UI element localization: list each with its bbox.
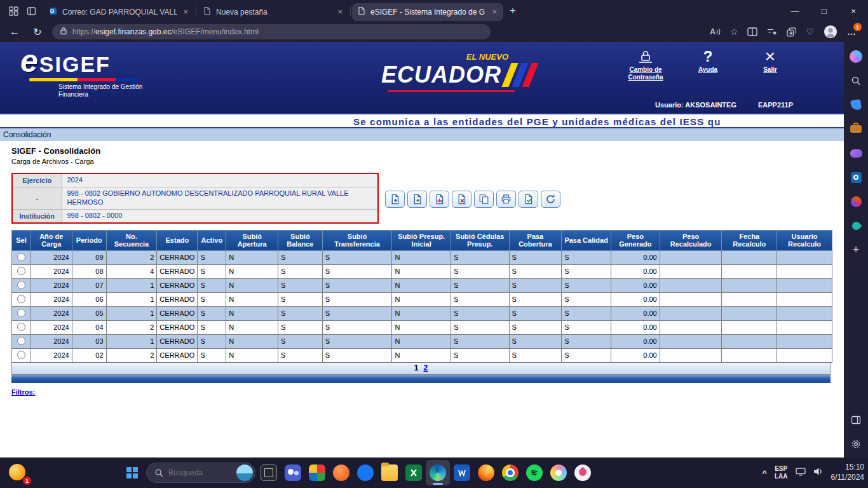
sidebar-search-icon[interactable] bbox=[847, 72, 865, 89]
delete-file-button[interactable] bbox=[452, 191, 471, 208]
row-select-radio[interactable] bbox=[17, 281, 25, 289]
tray-overflow-chevron-icon[interactable]: ^ bbox=[762, 468, 767, 478]
column-header: Periodo bbox=[72, 230, 106, 250]
taskbar-app-word[interactable] bbox=[450, 460, 474, 485]
clock[interactable]: 15:10 6/11/2024 bbox=[831, 463, 865, 482]
cell: 2024 bbox=[31, 334, 72, 348]
cell bbox=[722, 264, 777, 278]
maximize-button[interactable]: □ bbox=[810, 0, 839, 22]
row-select-radio[interactable] bbox=[17, 267, 25, 275]
cell: CERRADO bbox=[157, 292, 198, 306]
taskbar-app-excel[interactable] bbox=[402, 460, 426, 485]
taskbar-app-pink-drop-app[interactable] bbox=[571, 460, 595, 485]
tab-close-icon[interactable]: × bbox=[336, 7, 344, 17]
minimize-button[interactable]: — bbox=[780, 0, 810, 22]
sidebar-tools-icon[interactable] bbox=[847, 121, 865, 137]
taskbar-app-chrome[interactable] bbox=[498, 460, 522, 485]
profile-avatar[interactable] bbox=[824, 25, 837, 39]
sidebar-drop-icon[interactable] bbox=[847, 217, 865, 234]
language-indicator[interactable]: ESPLAA bbox=[775, 465, 788, 481]
sidebar-panel-icon[interactable] bbox=[847, 412, 865, 428]
refresh-button[interactable] bbox=[541, 191, 560, 208]
sidebar-add-icon[interactable]: + bbox=[847, 241, 865, 258]
tab-esigef[interactable]: eSIGEF - Sistema Integrado de G × bbox=[352, 3, 503, 21]
collections-icon[interactable] bbox=[787, 27, 796, 37]
back-button[interactable]: ← bbox=[6, 26, 23, 37]
cell: 06 bbox=[72, 292, 106, 306]
split-screen-icon[interactable] bbox=[747, 27, 757, 36]
taskbar-app-color-ball-app[interactable] bbox=[546, 460, 571, 485]
url-text: https://esigef.finanzas.gob.ec/eSIGEF/me… bbox=[72, 27, 259, 36]
esigef-logo: eSIGEF Sistema Integrado de Gestión Fina… bbox=[20, 47, 154, 98]
logout-button[interactable]: × Salir bbox=[746, 48, 794, 81]
search-input[interactable] bbox=[168, 468, 227, 477]
read-aloud-icon[interactable]: A bbox=[710, 27, 721, 36]
cell: S bbox=[198, 320, 226, 334]
sidebar-games-icon[interactable] bbox=[847, 145, 865, 161]
approve-file-button[interactable] bbox=[519, 191, 538, 208]
taskbar-app-spotify[interactable] bbox=[522, 460, 546, 485]
taskbar-search-box[interactable] bbox=[146, 463, 255, 483]
volume-icon[interactable] bbox=[813, 467, 824, 478]
cell: S bbox=[278, 320, 323, 334]
taskbar-app-photos[interactable] bbox=[305, 460, 329, 485]
filters-link[interactable]: Filtros: bbox=[11, 388, 35, 396]
widgets-button[interactable]: 1 bbox=[9, 464, 28, 483]
address-bar[interactable]: https://esigef.finanzas.gob.ec/eSIGEF/me… bbox=[52, 24, 491, 39]
cell: N bbox=[226, 320, 278, 334]
row-select-radio[interactable] bbox=[17, 323, 25, 331]
copy-file-button[interactable] bbox=[474, 191, 494, 208]
select-cell bbox=[12, 278, 31, 292]
taskbar-app-orange-app[interactable] bbox=[329, 460, 353, 485]
print-button[interactable] bbox=[496, 191, 516, 208]
taskbar-app-firefox[interactable] bbox=[474, 460, 498, 485]
sidebar-office-icon[interactable] bbox=[847, 193, 865, 210]
refresh-button[interactable]: ↻ bbox=[29, 26, 46, 38]
new-tab-button[interactable]: + bbox=[503, 4, 522, 17]
taskbar-app-file-explorer[interactable] bbox=[377, 460, 402, 485]
taskbar-app-teams-chat[interactable] bbox=[281, 460, 305, 485]
cell: S bbox=[278, 250, 323, 264]
cell bbox=[660, 292, 722, 306]
row-select-radio[interactable] bbox=[17, 253, 25, 261]
tab-close-icon[interactable]: × bbox=[491, 7, 498, 17]
column-header: Sel bbox=[12, 230, 31, 250]
sidebar-outlook-icon[interactable] bbox=[847, 169, 865, 186]
settings-more-button[interactable]: …1 bbox=[847, 27, 857, 37]
favorites-bar-icon[interactable] bbox=[767, 28, 777, 36]
row-select-radio[interactable] bbox=[17, 337, 25, 345]
sidebar-settings-icon[interactable] bbox=[847, 436, 865, 452]
taskbar-app-blue-app[interactable] bbox=[353, 460, 377, 485]
page-number-link[interactable]: 2 bbox=[424, 363, 428, 372]
tab-nueva-pestana[interactable]: Nueva pestaña × bbox=[198, 3, 349, 21]
row-select-radio[interactable] bbox=[17, 351, 25, 359]
exit-icon: × bbox=[765, 48, 775, 65]
sidebar-copilot-icon[interactable] bbox=[847, 48, 865, 65]
taskbar-app-edge[interactable] bbox=[426, 460, 450, 485]
breadcrumb: Consolidación bbox=[0, 128, 844, 141]
browser-essentials-icon[interactable]: ♡ bbox=[806, 27, 814, 37]
taskbar-app-window-app[interactable] bbox=[257, 460, 281, 485]
change-password-button[interactable]: Cambio de Contraseña bbox=[621, 48, 670, 81]
new-file-button[interactable] bbox=[385, 191, 405, 208]
cell bbox=[777, 292, 832, 306]
cell: S bbox=[509, 250, 562, 264]
favorites-star-icon[interactable]: ☆ bbox=[730, 27, 738, 37]
row-select-radio[interactable] bbox=[17, 295, 25, 303]
tab-separator bbox=[196, 6, 196, 16]
vertical-tabs-icon[interactable] bbox=[24, 4, 38, 18]
close-button[interactable]: × bbox=[839, 0, 868, 22]
help-button[interactable]: ? Ayuda bbox=[684, 48, 732, 81]
row-select-radio[interactable] bbox=[17, 309, 25, 317]
save-file-button[interactable] bbox=[407, 191, 427, 208]
sidebar-shopping-icon[interactable] bbox=[847, 97, 865, 113]
tray-device-icon[interactable] bbox=[796, 467, 806, 478]
verify-file-button[interactable] bbox=[430, 191, 449, 208]
tab-correo[interactable]: Correo: GAD PARROQUIAL VALLE × bbox=[43, 3, 194, 21]
start-button[interactable] bbox=[119, 460, 145, 485]
cell: N bbox=[226, 250, 278, 264]
workspaces-icon[interactable] bbox=[6, 4, 20, 18]
user-label: Usuario: AKSOSAINTEG bbox=[655, 101, 736, 109]
padlock-icon bbox=[638, 48, 653, 65]
tab-close-icon[interactable]: × bbox=[182, 7, 189, 17]
